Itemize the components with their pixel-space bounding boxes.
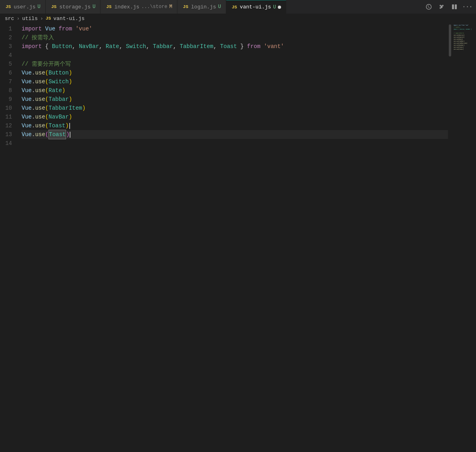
code-line-9: Vue . use ( Tabbar ) — [22, 95, 448, 104]
svg-rect-1 — [455, 4, 457, 9]
ln-2: 2 — [0, 33, 16, 42]
code-line-4 — [22, 51, 448, 60]
vue-12: Vue — [22, 121, 32, 130]
ln-9: 9 — [0, 95, 16, 104]
tab-actions: ··· — [423, 1, 476, 12]
breadcrumb-sep-2: › — [40, 16, 43, 22]
breadcrumb: src › utils › JS vant-ui.js — [0, 14, 476, 23]
vue-6: Vue — [22, 68, 32, 77]
breadcrumb-src[interactable]: src — [5, 16, 14, 22]
tab-marker-index: M — [169, 4, 172, 10]
vue-8: Vue — [22, 86, 32, 95]
vue-11: Vue — [22, 112, 32, 121]
minimap[interactable]: import Vue from 'vue' // 按需导入 import { B… — [452, 23, 476, 452]
use-fn-13: use — [35, 130, 45, 139]
ln-10: 10 — [0, 104, 16, 112]
ln-8: 8 — [0, 86, 16, 95]
code-line-11: Vue . use ( NavBar ) — [22, 112, 448, 121]
tab-marker-user: U — [38, 4, 40, 10]
ln-11: 11 — [0, 112, 16, 121]
comment-1: // 按需导入 — [22, 33, 54, 42]
code-line-14 — [22, 139, 448, 148]
kw-from-1: from — [58, 24, 72, 33]
tab-vant-ui-js[interactable]: JS vant-ui.js U — [226, 0, 286, 14]
ln-3: 3 — [0, 42, 16, 51]
history-button[interactable] — [423, 1, 434, 12]
use-fn-12: use — [35, 121, 45, 130]
tab-index-js[interactable]: JS index.js ...\store M — [100, 0, 177, 14]
tab-user-js[interactable]: JS user.js U — [0, 0, 46, 14]
ln-7: 7 — [0, 77, 16, 86]
code-line-6: Vue . use ( Button ) — [22, 68, 448, 77]
code-line-8: Vue . use ( Rate ) — [22, 86, 448, 95]
js-icon-user: JS — [5, 4, 12, 10]
js-icon-index: JS — [105, 4, 112, 10]
js-icon-vant-ui: JS — [231, 4, 238, 10]
tab-login-js[interactable]: JS login.js U — [177, 0, 226, 14]
tab-dot-vant-ui — [278, 6, 281, 9]
vue-13: Vue — [22, 130, 32, 139]
vue-10: Vue — [22, 104, 32, 112]
tab-label-vant-ui: vant-ui.js — [240, 4, 271, 10]
toast-line12: Toast — [48, 121, 65, 130]
code-line-2: // 按需导入 — [22, 33, 448, 42]
line-numbers: 1 2 3 4 5 6 7 8 9 10 11 12 13 14 — [0, 23, 20, 452]
ln-6: 6 — [0, 68, 16, 77]
editor: 1 2 3 4 5 6 7 8 9 10 11 12 13 14 import … — [0, 23, 476, 452]
kw-import-3: import — [22, 42, 42, 51]
use-fn-6: use — [35, 68, 45, 77]
tab-bar: JS user.js U JS storage.js U JS index.js… — [0, 0, 476, 14]
use-fn-7: use — [35, 77, 45, 86]
cursor-line12 — [69, 123, 70, 129]
scrollbar-thumb[interactable] — [449, 24, 451, 56]
vue-9: Vue — [22, 95, 32, 104]
ln-4: 4 — [0, 51, 16, 60]
breadcrumb-file[interactable]: vant-ui.js — [53, 16, 84, 22]
more-button[interactable]: ··· — [462, 1, 473, 12]
vue-7: Vue — [22, 77, 32, 86]
more-icon: ··· — [462, 3, 472, 10]
code-line-7: Vue . use ( Switch ) — [22, 77, 448, 86]
use-fn-9: use — [35, 95, 45, 104]
tab-marker-storage: U — [92, 4, 95, 10]
layout-button[interactable] — [449, 1, 460, 12]
toast-line13: Toast — [48, 130, 66, 139]
tab-marker-login: U — [218, 4, 221, 10]
comment-5: // 需要分开两个写 — [22, 60, 71, 68]
js-icon-login: JS — [182, 4, 189, 10]
tab-sub-index: ...\store — [141, 4, 167, 10]
code-line-12: Vue . use ( Toast ) — [22, 121, 448, 130]
breadcrumb-utils[interactable]: utils — [22, 16, 38, 22]
use-fn-10: use — [35, 104, 45, 112]
str-vant: 'vant' — [264, 42, 284, 51]
kw-import-1: import — [22, 24, 42, 33]
branch-button[interactable] — [436, 1, 447, 12]
code-line-1: import Vue from 'vue' — [22, 24, 448, 33]
tab-label-user: user.js — [14, 4, 36, 10]
use-fn-8: use — [35, 86, 45, 95]
js-icon-storage: JS — [50, 4, 57, 10]
vue-name: Vue — [45, 24, 55, 33]
code-line-13: Vue . use ( Toast ) — [22, 130, 448, 139]
minimap-content: import Vue from 'vue' // 按需导入 import { B… — [452, 24, 476, 50]
tab-label-storage: storage.js — [59, 4, 90, 10]
cursor-line13 — [70, 132, 70, 138]
ln-14: 14 — [0, 139, 16, 148]
scrollbar[interactable] — [448, 23, 452, 452]
ln-13: 13 — [0, 130, 16, 139]
code-line-10: Vue . use ( TabbarItem ) — [22, 104, 448, 112]
str-vue: 'vue' — [75, 24, 92, 33]
ln-5: 5 — [0, 60, 16, 68]
toast-name-line3: Toast — [220, 42, 237, 51]
breadcrumb-js-icon: JS — [46, 16, 51, 21]
tab-storage-js[interactable]: JS storage.js U — [46, 0, 100, 14]
breadcrumb-sep-1: › — [16, 16, 20, 22]
ln-1: 1 — [0, 24, 16, 33]
svg-rect-0 — [452, 4, 454, 9]
ln-12: 12 — [0, 121, 16, 130]
code-area[interactable]: import Vue from 'vue' // 按需导入 import { B… — [20, 23, 448, 452]
code-line-3: import { Button , NavBar , Rate , Switch… — [22, 42, 448, 51]
use-fn-11: use — [35, 112, 45, 121]
tab-label-login: login.js — [191, 4, 216, 10]
code-line-5: // 需要分开两个写 — [22, 60, 448, 68]
